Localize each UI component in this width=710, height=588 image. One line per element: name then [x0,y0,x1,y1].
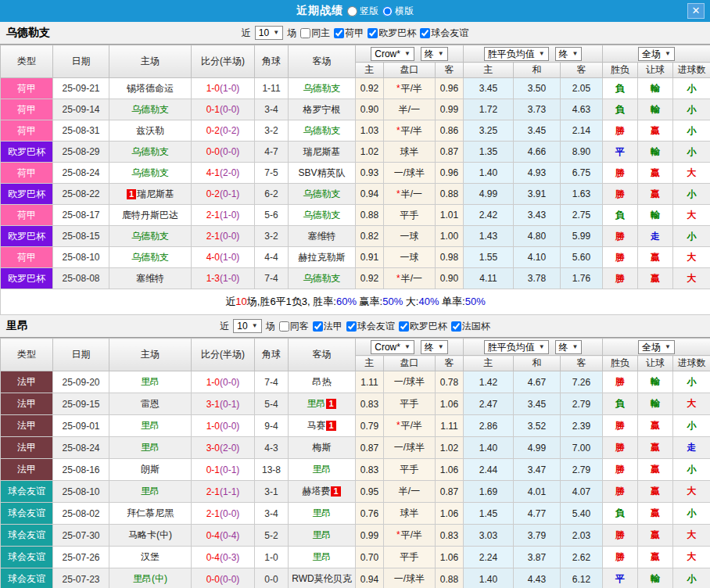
match-count-select[interactable]: 10▼ [255,26,283,40]
handicap-cell: 一/球半 [384,437,436,459]
outcome-cell: 勝 [603,437,638,459]
odds-stage-select-value: 终 [425,342,434,353]
col-odds-home: 主 [356,356,384,371]
date-cell: 25-08-29 [53,142,109,163]
handicap-result-cell: 輸 [638,99,673,120]
header-row-groups: 类型日期主场比分(半场)角球客场Crow*▼终▼胜平负均值▼终▼全场▼ [1,339,710,356]
halftime-score: (0-3) [220,552,239,563]
vertical-radio-input[interactable] [347,6,357,16]
home-team-name: 汉堡 [141,551,160,562]
league-filter-欧罗巴杯[interactable]: 欧罗巴杯 [396,320,447,333]
league-filter-球会友谊[interactable]: 球会友谊 [343,320,395,333]
league-filter-法国杯[interactable]: 法国杯 [448,320,490,333]
date-cell: 25-08-17 [53,205,109,226]
handicap-result-cell: 輸 [638,205,673,226]
handicap-result-cell: 贏 [638,163,673,184]
avg-home-cell: 1.69 [464,481,514,503]
corners-cell: 1-11 [255,78,289,99]
fulltime-score: 0-1 [206,464,220,475]
bookmaker-select[interactable]: Crow*▼ [371,47,414,61]
outcome-cell: 勝 [603,547,638,568]
col-home: 主场 [109,45,192,78]
avg-away-cell: 2.39 [561,415,603,437]
match-count-select[interactable]: 10▼ [233,319,261,333]
scope-select[interactable]: 全场▼ [638,47,675,61]
goals-result-cell: 小 [673,78,710,99]
summary-segment: 50% [465,296,486,307]
handicap-value: 平手 [400,210,419,220]
corners-cell: 5-6 [255,205,289,226]
match-row: 欧罗巴杯25-08-15乌德勒支2-1(0-0)3-2塞维特0.82一球1.00… [1,226,710,247]
avg-type-select[interactable]: 胜平负均值▼ [484,47,549,61]
league-cell: 法甲 [1,459,53,481]
avg-stage-select[interactable]: 终▼ [555,340,583,354]
league-filter-label: 球会友谊 [357,320,395,333]
league-checkbox-法甲[interactable] [313,321,323,332]
away-team-cell: 乌德勒支 [289,184,356,205]
same-side-filter[interactable]: 同客 [276,320,309,333]
avg-draw-cell: 3.47 [514,459,561,481]
match-row: 球会友谊25-07-30马略卡(中)0-4(0-4)5-2里昂0.99*平/半0… [1,525,710,547]
odds-home-cell: 0.99 [356,525,384,547]
handicap-result-cell: 贏 [638,268,673,289]
match-row: 荷甲25-08-10乌德勒支4-0(1-0)4-4赫拉克勒斯0.91一球0.98… [1,247,710,268]
scope-select[interactable]: 全场▼ [638,340,675,354]
avg-away-cell: 8.90 [561,142,603,163]
avg-home-cell: 3.25 [464,120,514,142]
date-cell: 25-09-20 [53,371,109,393]
halftime-score: (0-0) [220,574,239,585]
corners-cell: 7-4 [255,371,289,393]
layout-radio-horizontal[interactable]: 横版 [382,5,414,18]
handicap-value: 球半 [400,507,419,518]
league-filter-荷甲[interactable]: 荷甲 [331,27,364,40]
corners-cell: 5-4 [255,393,289,415]
handicap-cell: *平/半 [384,78,436,99]
league-checkbox-欧罗巴杯[interactable] [368,28,378,38]
match-row: 球会友谊25-08-02拜仁慕尼黑2-1(0-0)3-4里昂0.76球半1.06… [1,503,710,525]
handicap-result-cell: 贏 [638,481,673,503]
corners-cell: 4-3 [255,437,289,459]
chevron-down-icon: ▼ [404,342,411,353]
same-side-checkbox[interactable] [279,321,289,332]
league-checkbox-荷甲[interactable] [334,28,344,38]
league-checkbox-球会友谊[interactable] [346,321,357,332]
handicap-cell: 球半 [384,503,436,525]
score-cell: 2-1(0-0) [192,226,255,247]
avg-home-cell: 1.45 [464,503,514,525]
layout-radio-vertical[interactable]: 竖版 [347,5,378,18]
score-cell: 2-1(1-0) [192,205,255,226]
handicap-value: 一/球半 [394,376,425,387]
away-team-cell: 赫拉克勒斯 [289,247,356,268]
avg-home-cell: 4.11 [464,268,514,289]
horizontal-radio-label: 横版 [395,5,414,18]
league-filter-球会友谊[interactable]: 球会友谊 [417,27,468,40]
home-team-cell: 马略卡(中) [109,525,192,547]
odds-home-cell: 0.79 [356,415,384,437]
close-button[interactable]: ✕ [687,3,705,19]
same-side-filter[interactable]: 同主 [297,27,330,40]
league-checkbox-欧罗巴杯[interactable] [399,321,409,332]
bookmaker-select[interactable]: Crow*▼ [371,340,414,354]
away-team-name: 马赛 [307,420,325,431]
odds-stage-select[interactable]: 终▼ [421,340,448,354]
home-team-cell: 拜仁慕尼黑 [109,503,192,525]
league-checkbox-球会友谊[interactable] [420,28,430,38]
handicap-cell: 一/球半 [384,163,436,184]
goals-result-cell: 大 [673,247,710,268]
league-filter-欧罗巴杯[interactable]: 欧罗巴杯 [364,27,416,40]
home-team-cell: 乌德勒支 [109,142,192,163]
col-avg-away: 客 [561,63,603,78]
avg-type-select[interactable]: 胜平负均值▼ [484,340,549,354]
goals-result-cell: 小 [673,226,710,247]
odds-stage-select[interactable]: 终▼ [421,47,448,61]
handicap-result-cell: 贏 [638,525,673,547]
handicap-result-cell: 贏 [638,120,673,142]
goals-result-cell: 小 [673,459,710,481]
avg-stage-select[interactable]: 终▼ [555,47,583,61]
horizontal-radio-input[interactable] [382,6,393,16]
away-team-cell: 梅斯 [289,437,356,459]
same-side-checkbox[interactable] [300,28,310,38]
league-checkbox-法国杯[interactable] [451,321,461,332]
col-avg-draw: 和 [514,356,561,371]
league-filter-法甲[interactable]: 法甲 [310,320,342,333]
